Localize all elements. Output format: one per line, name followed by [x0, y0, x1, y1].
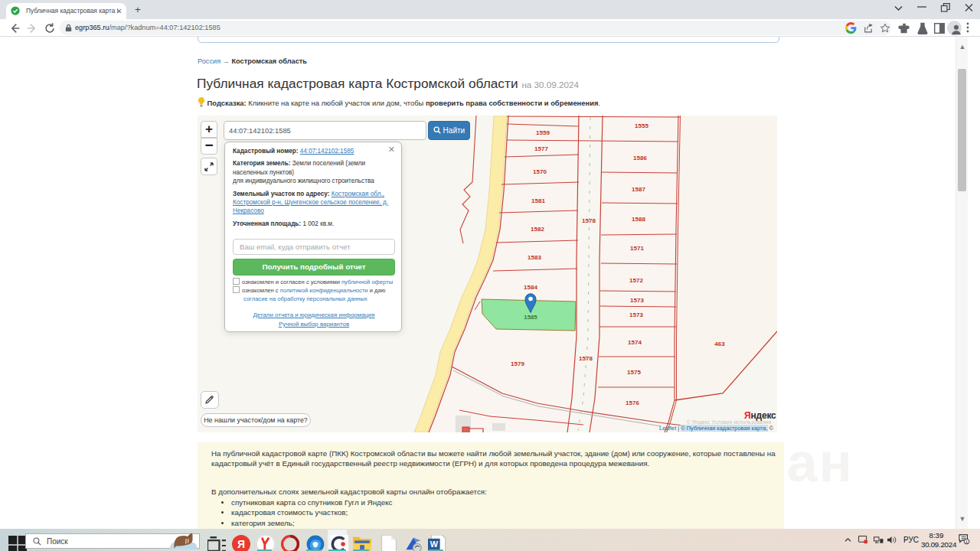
svg-text:1583: 1583 [528, 254, 541, 261]
svg-text:1572: 1572 [629, 277, 643, 284]
svg-text:1584: 1584 [524, 284, 537, 291]
svg-text:1: 1 [965, 539, 969, 544]
svg-text:1577: 1577 [534, 145, 548, 152]
svg-text:1576: 1576 [626, 399, 639, 406]
svg-text:1574: 1574 [628, 339, 642, 346]
svg-text:1579: 1579 [511, 360, 524, 367]
svg-text:1582: 1582 [531, 226, 544, 233]
svg-text:1578: 1578 [582, 217, 596, 224]
svg-text:1570: 1570 [533, 168, 547, 175]
svg-text:1573: 1573 [630, 297, 644, 304]
svg-text:1559: 1559 [536, 129, 550, 136]
svg-text:1587: 1587 [632, 186, 645, 193]
svg-text:1585: 1585 [524, 314, 537, 321]
svg-text:1581: 1581 [531, 197, 545, 204]
svg-text:1586: 1586 [633, 155, 647, 161]
svg-text:1573: 1573 [629, 311, 643, 318]
svg-text:1588: 1588 [632, 216, 645, 223]
svg-text:1571: 1571 [630, 245, 644, 252]
svg-text:463: 463 [714, 341, 725, 347]
svg-text:1555: 1555 [635, 122, 648, 129]
svg-text:1575: 1575 [627, 369, 641, 376]
svg-text:1578: 1578 [579, 355, 593, 362]
